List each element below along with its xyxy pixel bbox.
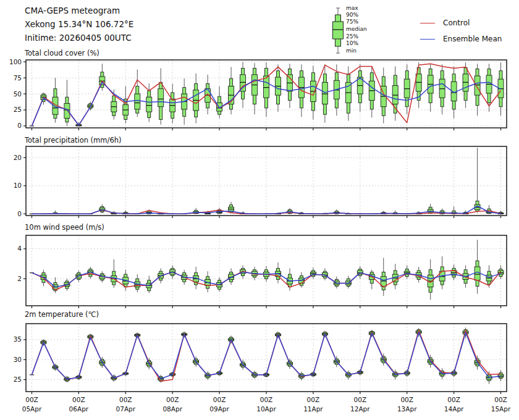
svg-text:4: 4	[17, 245, 22, 252]
svg-text:00Z: 00Z	[447, 396, 460, 403]
svg-text:0: 0	[17, 122, 22, 129]
svg-text:25: 25	[14, 106, 22, 113]
svg-text:05Apr: 05Apr	[22, 405, 42, 413]
meteogram-canvas: 0255075100010202425303500Z05Apr00Z06Apr0…	[0, 0, 519, 420]
svg-text:20: 20	[14, 154, 22, 161]
svg-text:00Z: 00Z	[307, 396, 320, 403]
boxstat-label-90: 90%	[346, 12, 358, 19]
svg-text:00Z: 00Z	[494, 396, 507, 403]
page-title: CMA-GEPS meteogram	[25, 4, 120, 17]
legend-label-control: Control	[443, 19, 470, 27]
svg-text:30: 30	[14, 356, 22, 363]
svg-text:11Apr: 11Apr	[303, 405, 323, 413]
svg-text:07Apr: 07Apr	[116, 405, 136, 413]
svg-text:100: 100	[9, 58, 22, 65]
svg-text:10Apr: 10Apr	[256, 405, 276, 413]
svg-text:15Apr: 15Apr	[491, 405, 511, 413]
panel-title-wind-speed: 10m wind speed (m/s)	[25, 223, 104, 232]
svg-text:09Apr: 09Apr	[209, 405, 229, 413]
svg-text:00Z: 00Z	[119, 396, 132, 403]
svg-text:00Z: 00Z	[354, 396, 367, 403]
svg-text:00Z: 00Z	[166, 396, 179, 403]
legend-entry-ensemble-mean: Ensemble Mean	[420, 35, 502, 43]
inittime-subtitle: Initime: 20260405 00UTC	[25, 31, 132, 44]
panel-title-temperature: 2m temperature (℃)	[25, 310, 99, 319]
ensemble-mean-line-swatch	[420, 39, 435, 40]
svg-text:10: 10	[14, 182, 22, 189]
svg-text:14Apr: 14Apr	[444, 405, 464, 413]
svg-text:75: 75	[14, 74, 22, 82]
svg-text:00Z: 00Z	[213, 396, 226, 403]
svg-text:00Z: 00Z	[25, 396, 38, 403]
boxstat-label-median: median	[346, 26, 367, 33]
boxstat-label-75: 75%	[346, 19, 358, 25]
legend-label-ensemble-mean: Ensemble Mean	[443, 35, 502, 43]
control-line-swatch	[420, 23, 435, 23]
boxstat-label-25: 25%	[346, 33, 358, 40]
svg-text:00Z: 00Z	[260, 396, 273, 403]
boxstat-label-max: max	[346, 5, 358, 12]
meteogram-page: 0255075100010202425303500Z05Apr00Z06Apr0…	[0, 0, 519, 420]
svg-text:2: 2	[17, 275, 22, 282]
svg-text:13Apr: 13Apr	[397, 405, 417, 413]
svg-text:0: 0	[17, 210, 22, 217]
svg-text:35: 35	[14, 335, 22, 343]
svg-text:25: 25	[14, 376, 22, 383]
panel-title-precipitation: Total precipitation (mm/6h)	[25, 136, 121, 145]
boxstat-label-min: min	[346, 48, 357, 54]
svg-text:08Apr: 08Apr	[162, 405, 182, 413]
svg-text:06Apr: 06Apr	[69, 405, 89, 413]
panel-title-cloud-cover: Total cloud cover (%)	[25, 49, 99, 57]
svg-text:00Z: 00Z	[400, 396, 413, 403]
legend-entry-control: Control	[420, 19, 470, 27]
location-subtitle: Xekong 15.34°N 106.72°E	[25, 17, 133, 31]
svg-text:50: 50	[14, 90, 22, 98]
boxstat-label-10: 10%	[346, 40, 358, 47]
svg-text:00Z: 00Z	[72, 396, 85, 403]
svg-text:12Apr: 12Apr	[350, 405, 370, 413]
